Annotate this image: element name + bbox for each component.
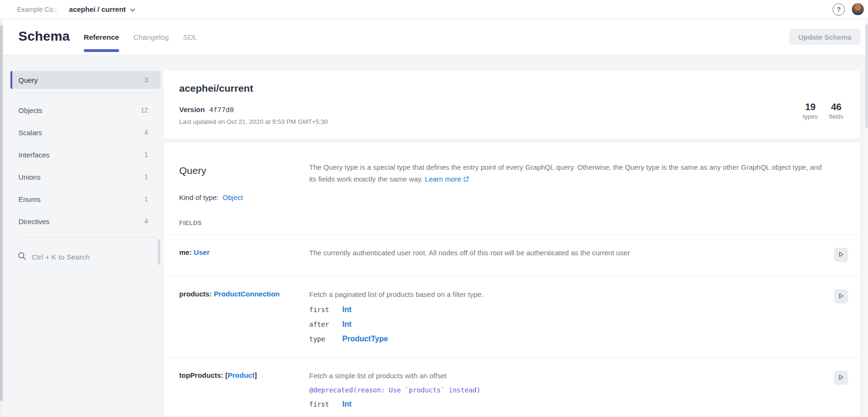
sidebar-item-label: Scalars bbox=[18, 129, 42, 137]
sidebar-divider bbox=[17, 237, 155, 237]
graph-selector[interactable]: acephei / current bbox=[69, 5, 135, 14]
right-scrollbar-thumb[interactable] bbox=[865, 24, 868, 128]
field-description: Fetch a paginated list of products based… bbox=[309, 289, 815, 299]
search-input[interactable]: Ctrl + K to Search bbox=[10, 245, 161, 262]
field-name-text: products: bbox=[179, 290, 212, 298]
type-name: Query bbox=[179, 165, 206, 176]
sidebar-item-objects[interactable]: Objects 12 bbox=[10, 101, 161, 119]
stat-fields: 46 fields bbox=[829, 102, 843, 120]
sidebar-item-label: Unions bbox=[18, 173, 41, 181]
field-row-me: me: User The currently authenticated use… bbox=[164, 235, 860, 277]
fields-heading: FIELDS bbox=[179, 220, 202, 226]
field-description: Fetch a simple list of products with an … bbox=[309, 371, 815, 381]
search-placeholder: Ctrl + K to Search bbox=[32, 253, 90, 261]
graph-title: acephei/current bbox=[179, 83, 253, 94]
field-type-link[interactable]: User bbox=[194, 248, 209, 256]
fields-list: me: User The currently authenticated use… bbox=[164, 235, 860, 417]
tab-sdl[interactable]: SDL bbox=[183, 31, 197, 43]
sidebar-item-scalars[interactable]: Scalars 4 bbox=[10, 123, 161, 141]
user-avatar[interactable] bbox=[851, 3, 864, 16]
sidebar-item-label: Objects bbox=[18, 106, 43, 114]
page-title: Schema bbox=[18, 29, 70, 44]
field-type-bracket-close: ] bbox=[254, 371, 257, 379]
arg-row: first Int bbox=[309, 400, 815, 408]
help-icon[interactable]: ? bbox=[833, 3, 845, 16]
page-header: Schema Reference Changelog SDL Update Sc… bbox=[0, 19, 868, 55]
arg-row: type ProductType bbox=[309, 335, 815, 343]
type-description: The Query type is a special type that de… bbox=[309, 161, 825, 185]
sidebar-item-count: 1 bbox=[144, 195, 148, 203]
kind-value-link[interactable]: Object bbox=[223, 193, 243, 201]
sidebar-item-label: Enums bbox=[18, 195, 41, 203]
stat-fields-value: 46 bbox=[831, 102, 842, 112]
sidebar-item-label: Directives bbox=[18, 217, 50, 226]
tab-reference[interactable]: Reference bbox=[84, 31, 119, 43]
arg-type-link[interactable]: Int bbox=[342, 400, 352, 408]
field-details: The currently authenticated user root. A… bbox=[309, 248, 834, 258]
version-label: Version bbox=[179, 105, 205, 113]
schema-stats: 19 types 46 fields bbox=[803, 102, 843, 120]
run-query-button[interactable] bbox=[834, 371, 848, 385]
chevron-down-icon bbox=[130, 5, 135, 14]
schema-type-sidebar: Query 3 Objects 12 Scalars 4 Interfaces … bbox=[10, 71, 161, 262]
arg-name: type bbox=[309, 335, 342, 343]
sidebar-item-label: Interfaces bbox=[18, 151, 50, 159]
last-updated: Last updated on Oct 21, 2020 at 9:53 PM … bbox=[179, 118, 328, 125]
run-query-button[interactable] bbox=[834, 289, 848, 304]
sidebar-item-count: 1 bbox=[144, 151, 148, 158]
sidebar-divider bbox=[17, 93, 155, 94]
play-icon bbox=[838, 374, 844, 382]
stat-types: 19 types bbox=[803, 102, 818, 120]
sidebar-item-count: 3 bbox=[144, 76, 148, 84]
version-line: Version 4f77d0 bbox=[179, 105, 234, 113]
sidebar-item-label: Query bbox=[18, 76, 38, 84]
field-details: Fetch a simple list of products with an … bbox=[309, 371, 834, 408]
field-name: products: ProductConnection bbox=[179, 289, 309, 298]
field-details: Fetch a paginated list of products based… bbox=[309, 289, 834, 343]
field-row-topproducts: topProducts: [Product] Fetch a simple li… bbox=[164, 358, 860, 417]
learn-more-link[interactable]: Learn more bbox=[425, 175, 461, 183]
arg-row: first Int bbox=[309, 305, 815, 314]
arg-type-link[interactable]: ProductType bbox=[342, 335, 388, 343]
external-link-icon bbox=[463, 174, 469, 185]
field-type-link[interactable]: ProductConnection bbox=[214, 290, 279, 298]
arg-name: first bbox=[309, 400, 342, 408]
stat-types-value: 19 bbox=[805, 102, 816, 112]
field-row-products: products: ProductConnection Fetch a pagi… bbox=[164, 277, 860, 358]
arg-row: after Int bbox=[309, 320, 815, 329]
left-scrollbar-thumb[interactable] bbox=[0, 25, 3, 401]
search-icon bbox=[17, 252, 26, 262]
sidebar-item-directives[interactable]: Directives 4 bbox=[10, 212, 161, 230]
field-type-link[interactable]: Product bbox=[228, 371, 255, 379]
arg-name: after bbox=[309, 321, 342, 328]
tab-bar: Reference Changelog SDL bbox=[84, 19, 197, 55]
field-args: first Int after Int type ProductType bbox=[309, 305, 815, 343]
update-schema-button[interactable]: Update Schema bbox=[789, 29, 860, 45]
sidebar-item-interfaces[interactable]: Interfaces 1 bbox=[10, 146, 161, 164]
run-query-button[interactable] bbox=[834, 248, 848, 262]
stat-fields-label: fields bbox=[829, 113, 843, 120]
play-icon bbox=[838, 293, 844, 301]
deprecation-notice: @deprecated(reason: Use `products` inste… bbox=[309, 386, 815, 394]
version-id: 4f77d0 bbox=[209, 106, 234, 113]
arg-type-link[interactable]: Int bbox=[342, 305, 352, 314]
sidebar-item-count: 4 bbox=[144, 129, 148, 136]
kind-label: Kind of type: bbox=[179, 193, 218, 201]
sidebar-item-count: 1 bbox=[144, 173, 148, 181]
graph-selector-label: acephei / current bbox=[69, 5, 126, 13]
sidebar-item-query[interactable]: Query 3 bbox=[10, 71, 161, 89]
type-description-text: The Query type is a special type that de… bbox=[309, 163, 822, 183]
field-name: me: User bbox=[179, 248, 309, 256]
sidebar-item-count: 12 bbox=[140, 106, 148, 114]
arg-type-link[interactable]: Int bbox=[342, 320, 352, 329]
graph-header-card: acephei/current Version 4f77d0 Last upda… bbox=[163, 70, 860, 139]
right-scrollbar[interactable] bbox=[865, 19, 868, 417]
field-name: topProducts: [Product] bbox=[179, 371, 309, 379]
sidebar-item-unions[interactable]: Unions 1 bbox=[10, 168, 161, 186]
stat-types-label: types bbox=[803, 113, 818, 120]
arg-name: first bbox=[309, 306, 342, 313]
top-bar: Example Co.: acephei / current ? bbox=[0, 0, 868, 19]
left-scrollbar[interactable] bbox=[0, 19, 3, 417]
tab-changelog[interactable]: Changelog bbox=[133, 31, 169, 43]
sidebar-item-enums[interactable]: Enums 1 bbox=[10, 190, 161, 208]
